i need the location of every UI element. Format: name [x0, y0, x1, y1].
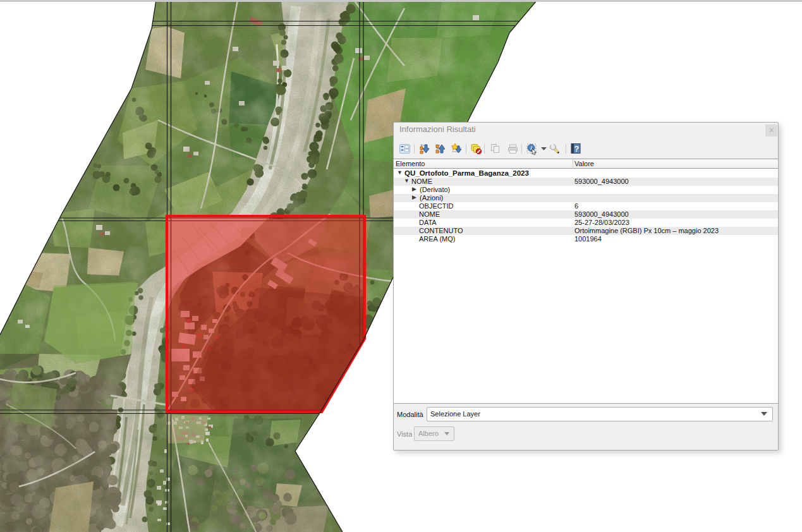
svg-text:?: ? [574, 145, 579, 154]
